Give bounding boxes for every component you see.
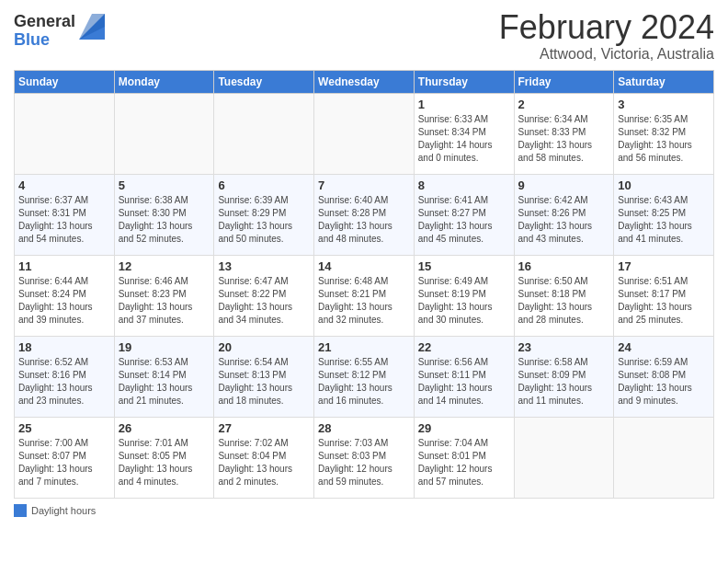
calendar-cell: 24Sunrise: 6:59 AM Sunset: 8:08 PM Dayli… [614, 336, 714, 417]
day-info: Sunrise: 6:34 AM Sunset: 8:33 PM Dayligh… [518, 113, 610, 165]
calendar-cell: 8Sunrise: 6:41 AM Sunset: 8:27 PM Daylig… [414, 174, 514, 255]
header-row: SundayMondayTuesdayWednesdayThursdayFrid… [15, 70, 714, 93]
day-header-sunday: Sunday [15, 70, 115, 93]
day-number: 11 [18, 259, 110, 273]
day-info: Sunrise: 7:01 AM Sunset: 8:05 PM Dayligh… [119, 437, 210, 488]
day-info: Sunrise: 6:46 AM Sunset: 8:23 PM Dayligh… [119, 275, 210, 327]
day-number: 20 [218, 340, 310, 354]
calendar-cell: 22Sunrise: 6:56 AM Sunset: 8:11 PM Dayli… [414, 336, 514, 417]
day-info: Sunrise: 6:53 AM Sunset: 8:14 PM Dayligh… [119, 356, 210, 408]
calendar-week-5: 25Sunrise: 7:00 AM Sunset: 8:07 PM Dayli… [15, 417, 714, 498]
calendar-cell [114, 93, 214, 174]
calendar-cell: 20Sunrise: 6:54 AM Sunset: 8:13 PM Dayli… [214, 336, 314, 417]
calendar-cell: 10Sunrise: 6:43 AM Sunset: 8:25 PM Dayli… [614, 174, 714, 255]
day-number: 18 [18, 340, 110, 354]
day-info: Sunrise: 6:59 AM Sunset: 8:08 PM Dayligh… [618, 356, 710, 408]
day-info: Sunrise: 6:42 AM Sunset: 8:26 PM Dayligh… [518, 194, 610, 246]
day-number: 25 [18, 421, 110, 435]
calendar-cell [514, 417, 614, 498]
legend-box [14, 504, 27, 517]
day-number: 13 [218, 259, 310, 273]
day-number: 14 [318, 259, 410, 273]
calendar-cell: 3Sunrise: 6:35 AM Sunset: 8:32 PM Daylig… [614, 93, 714, 174]
calendar-cell: 18Sunrise: 6:52 AM Sunset: 8:16 PM Dayli… [15, 336, 115, 417]
calendar-cell: 23Sunrise: 6:58 AM Sunset: 8:09 PM Dayli… [514, 336, 614, 417]
calendar-cell: 5Sunrise: 6:38 AM Sunset: 8:30 PM Daylig… [114, 174, 214, 255]
day-number: 8 [418, 178, 510, 192]
logo-general: General [14, 13, 75, 31]
day-number: 26 [119, 421, 210, 435]
day-number: 24 [618, 340, 710, 354]
calendar-cell: 26Sunrise: 7:01 AM Sunset: 8:05 PM Dayli… [114, 417, 214, 498]
day-info: Sunrise: 6:37 AM Sunset: 8:31 PM Dayligh… [18, 194, 110, 246]
calendar-cell: 7Sunrise: 6:40 AM Sunset: 8:28 PM Daylig… [314, 174, 415, 255]
header: General Blue February 2024 Attwood, Vict… [14, 9, 714, 63]
day-number: 22 [418, 340, 510, 354]
day-info: Sunrise: 6:47 AM Sunset: 8:22 PM Dayligh… [218, 275, 310, 327]
day-info: Sunrise: 6:38 AM Sunset: 8:30 PM Dayligh… [119, 194, 210, 246]
day-info: Sunrise: 6:55 AM Sunset: 8:12 PM Dayligh… [318, 356, 410, 408]
calendar-cell: 2Sunrise: 6:34 AM Sunset: 8:33 PM Daylig… [514, 93, 614, 174]
calendar-cell: 9Sunrise: 6:42 AM Sunset: 8:26 PM Daylig… [514, 174, 614, 255]
calendar-cell: 13Sunrise: 6:47 AM Sunset: 8:22 PM Dayli… [214, 255, 314, 336]
day-number: 7 [318, 178, 410, 192]
calendar-cell: 28Sunrise: 7:03 AM Sunset: 8:03 PM Dayli… [314, 417, 415, 498]
day-info: Sunrise: 6:49 AM Sunset: 8:19 PM Dayligh… [418, 275, 510, 327]
day-info: Sunrise: 6:51 AM Sunset: 8:17 PM Dayligh… [618, 275, 710, 327]
day-info: Sunrise: 6:52 AM Sunset: 8:16 PM Dayligh… [18, 356, 110, 408]
logo-blue: Blue [14, 31, 75, 50]
logo-icon [79, 14, 105, 40]
calendar-cell: 11Sunrise: 6:44 AM Sunset: 8:24 PM Dayli… [15, 255, 115, 336]
day-number: 19 [119, 340, 210, 354]
day-number: 10 [618, 178, 710, 192]
day-info: Sunrise: 6:33 AM Sunset: 8:34 PM Dayligh… [418, 113, 510, 165]
day-info: Sunrise: 6:39 AM Sunset: 8:29 PM Dayligh… [218, 194, 310, 246]
day-number: 12 [119, 259, 210, 273]
legend-label: Daylight hours [31, 505, 96, 516]
day-number: 4 [18, 178, 110, 192]
calendar-cell [614, 417, 714, 498]
logo-text: General Blue [14, 13, 75, 50]
calendar-cell: 27Sunrise: 7:02 AM Sunset: 8:04 PM Dayli… [214, 417, 314, 498]
day-info: Sunrise: 6:50 AM Sunset: 8:18 PM Dayligh… [518, 275, 610, 327]
day-number: 29 [418, 421, 510, 435]
calendar-cell: 19Sunrise: 6:53 AM Sunset: 8:14 PM Dayli… [114, 336, 214, 417]
calendar-body: 1Sunrise: 6:33 AM Sunset: 8:34 PM Daylig… [15, 93, 714, 498]
calendar-week-3: 11Sunrise: 6:44 AM Sunset: 8:24 PM Dayli… [15, 255, 714, 336]
day-number: 15 [418, 259, 510, 273]
calendar-cell: 16Sunrise: 6:50 AM Sunset: 8:18 PM Dayli… [514, 255, 614, 336]
day-info: Sunrise: 7:02 AM Sunset: 8:04 PM Dayligh… [218, 437, 310, 488]
calendar-cell [214, 93, 314, 174]
logo: General Blue [14, 13, 105, 50]
title-area: February 2024 Attwood, Victoria, Austral… [499, 9, 714, 63]
day-info: Sunrise: 7:04 AM Sunset: 8:01 PM Dayligh… [418, 437, 510, 488]
calendar-cell: 1Sunrise: 6:33 AM Sunset: 8:34 PM Daylig… [414, 93, 514, 174]
calendar-table: SundayMondayTuesdayWednesdayThursdayFrid… [14, 70, 714, 499]
day-info: Sunrise: 6:58 AM Sunset: 8:09 PM Dayligh… [518, 356, 610, 408]
calendar-header: SundayMondayTuesdayWednesdayThursdayFrid… [15, 70, 714, 93]
day-info: Sunrise: 6:40 AM Sunset: 8:28 PM Dayligh… [318, 194, 410, 246]
calendar-week-2: 4Sunrise: 6:37 AM Sunset: 8:31 PM Daylig… [15, 174, 714, 255]
legend: Daylight hours [14, 504, 714, 517]
day-number: 21 [318, 340, 410, 354]
day-info: Sunrise: 6:44 AM Sunset: 8:24 PM Dayligh… [18, 275, 110, 327]
day-header-saturday: Saturday [614, 70, 714, 93]
day-number: 27 [218, 421, 310, 435]
calendar-cell: 4Sunrise: 6:37 AM Sunset: 8:31 PM Daylig… [15, 174, 115, 255]
day-info: Sunrise: 6:54 AM Sunset: 8:13 PM Dayligh… [218, 356, 310, 408]
day-header-friday: Friday [514, 70, 614, 93]
day-info: Sunrise: 6:43 AM Sunset: 8:25 PM Dayligh… [618, 194, 710, 246]
day-info: Sunrise: 7:00 AM Sunset: 8:07 PM Dayligh… [18, 437, 110, 488]
day-header-monday: Monday [114, 70, 214, 93]
calendar-cell: 21Sunrise: 6:55 AM Sunset: 8:12 PM Dayli… [314, 336, 415, 417]
day-header-tuesday: Tuesday [214, 70, 314, 93]
day-number: 28 [318, 421, 410, 435]
subtitle: Attwood, Victoria, Australia [499, 46, 714, 63]
calendar-cell: 25Sunrise: 7:00 AM Sunset: 8:07 PM Dayli… [15, 417, 115, 498]
calendar-cell: 12Sunrise: 6:46 AM Sunset: 8:23 PM Dayli… [114, 255, 214, 336]
day-header-wednesday: Wednesday [314, 70, 415, 93]
calendar-cell [314, 93, 415, 174]
day-info: Sunrise: 6:56 AM Sunset: 8:11 PM Dayligh… [418, 356, 510, 408]
day-number: 17 [618, 259, 710, 273]
day-number: 5 [119, 178, 210, 192]
